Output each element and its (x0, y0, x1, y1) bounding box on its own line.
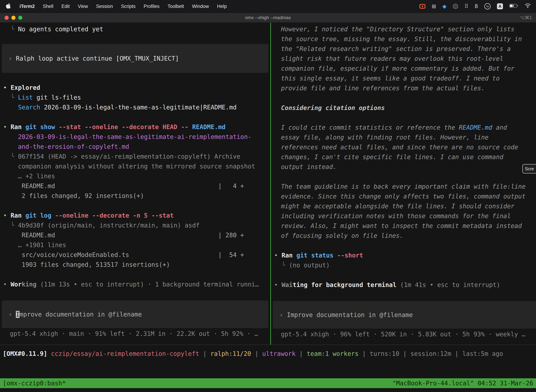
git-show-filename-line: and-the-erosion-of-copyleft.md (0, 142, 270, 152)
menu-bar-left: iTerm2 Shell Edit View Session Scripts P… (5, 2, 231, 10)
git-log-summary-line: 1903 files changed, 513517 insertions(+) (0, 260, 270, 270)
minimize-button[interactable] (11, 16, 15, 20)
apple-menu[interactable] (5, 2, 15, 10)
keyboard-layout-icon[interactable]: A (497, 3, 503, 9)
reasoning-paragraph: I could cite commit statistics or refere… (271, 123, 536, 172)
git-log-more-line: … +1901 lines (0, 240, 270, 250)
omx-mode: ultrawork (262, 350, 296, 357)
menu-edit[interactable]: Edit (57, 4, 74, 9)
menu-bar-status-icons: ⊞ ◆ ⠿ 8 .61 A (419, 3, 531, 9)
battery-gauge-icon[interactable]: .61 (484, 3, 491, 9)
omx-turns: turns:10 (370, 350, 399, 357)
dots-grid-icon[interactable]: ⠿ (464, 4, 468, 9)
menu-help[interactable]: Help (213, 4, 231, 9)
explored-header: • Explored (0, 83, 270, 93)
git-show-more-line: … +2 lines (0, 171, 270, 181)
tree-glyph: └ (3, 222, 18, 229)
reasoning-paragraph: The team guideline is to back every impo… (271, 182, 536, 241)
battery-icon[interactable] (509, 4, 518, 9)
omx-last: last:5m ago (462, 350, 503, 357)
model-status-line: gpt-5.4 xhigh · 96% left · 520K in · 5.8… (271, 329, 536, 339)
prompt-chevron: › (279, 311, 287, 318)
working-status-line: • Working (11m 13s • esc to interrupt) ·… (0, 280, 270, 289)
tmux-session-name[interactable]: [omx-cczip0:bash* (3, 380, 66, 387)
ralph-loop-banner: › Ralph loop active continue [OMX_TMUX_I… (2, 44, 268, 73)
text-cursor: I (16, 311, 19, 318)
prompt-chevron: › (9, 55, 16, 62)
wifi-icon[interactable] (525, 3, 531, 9)
git-log-stat-line: README.md | 280 + (0, 230, 270, 240)
status-circle-icon[interactable] (453, 4, 458, 9)
menu-window[interactable]: Window (188, 4, 213, 9)
menu-view[interactable]: View (74, 4, 92, 9)
menu-shell[interactable]: Shell (39, 4, 57, 9)
git-status-command-line: • Ran git status --short (271, 250, 536, 260)
bullet: • (3, 123, 10, 131)
bullet: • (274, 281, 282, 288)
waiting-status-line: • Waiting for background terminal (1m 41… (271, 280, 536, 290)
prompt-input[interactable]: › Improve documentation in @filename (2, 300, 268, 328)
tree-glyph: └ (3, 94, 18, 101)
omx-ralph-counter: ralph:11/20 (210, 350, 251, 357)
traffic-lights (5, 16, 22, 20)
git-status-output-line: └ (no output) (271, 260, 536, 270)
window-title-bar: omx --xhigh --madmax ⌥⌘1 (0, 13, 536, 23)
menu-app-name[interactable]: iTerm2 (15, 4, 39, 9)
tmux-host-clock: "MacBook-Pro-44.local" 04:52 31-Mar-26 (392, 380, 533, 387)
screen-recording-icon[interactable] (419, 4, 425, 9)
bullet: • (3, 84, 10, 91)
git-log-stat-line: src/voice/voiceModeEnabled.ts | 54 + (0, 250, 270, 260)
bullet: • (274, 252, 282, 259)
left-pane[interactable]: └ No agents completed yet › Ralph loop a… (0, 23, 270, 345)
git-log-commit-line: └ 4b9d30f (origin/main, instructkr/main,… (0, 220, 270, 230)
bullet: • (3, 212, 10, 219)
prompt-input[interactable]: › Improve documentation in @filename (273, 301, 536, 329)
omx-branch: cczip/essay/ai-reimplementation-copyleft (51, 350, 199, 357)
window-shortcut-badge: ⌥⌘1 (520, 15, 532, 20)
omx-status-line: [OMX#0.11.9] cczip/essay/ai-reimplementa… (0, 349, 536, 359)
agents-note-line: └ No agents completed yet (0, 24, 270, 34)
close-button[interactable] (5, 16, 9, 20)
explored-list-line: └ List git ls-files (0, 93, 270, 103)
git-show-summary-line: 2 files changed, 92 insertions(+) (0, 191, 270, 201)
right-pane[interactable]: However, I noticed the "Directory Struct… (271, 23, 536, 345)
figure-eight-icon[interactable]: 8 (475, 4, 478, 9)
window-title: omx --xhigh --madmax (245, 15, 291, 20)
git-show-stat-line: README.md | 4 + (0, 181, 270, 191)
git-show-filename-line: 2026-03-09-is-legal-the-same-as-legitima… (0, 132, 270, 142)
reasoning-paragraph: However, I noticed the "Directory Struct… (271, 24, 536, 93)
tmux-panes: └ No agents completed yet › Ralph loop a… (0, 23, 536, 345)
omx-session: session:12m (411, 350, 451, 357)
tree-glyph: └ (3, 26, 18, 33)
terminal: └ No agents completed yet › Ralph loop a… (0, 23, 536, 392)
menu-profiles[interactable]: Profiles (140, 4, 163, 9)
omx-version: [OMX#0.11.9] (3, 350, 47, 357)
menu-toolbelt[interactable]: Toolbelt (163, 4, 188, 9)
explored-search-line: Search 2026-03-09-is-legal-the-same-as-l… (0, 103, 270, 112)
zoom-button[interactable] (18, 16, 22, 20)
apple-logo-icon (6, 2, 12, 10)
tree-glyph: └ (274, 262, 289, 269)
model-status-line: gpt-5.4 xhigh · main · 91% left · 2.31M … (0, 329, 270, 339)
menu-session[interactable]: Session (92, 4, 117, 9)
screen-share-overlay-button[interactable]: Scre (522, 164, 536, 173)
git-show-commit-line: companion analysis without altering the … (0, 161, 270, 171)
menu-scripts[interactable]: Scripts (117, 4, 140, 9)
git-log-command-line: • Ran git log --oneline --decorate -n 5 … (0, 210, 270, 220)
reasoning-heading: Considering citation options (271, 103, 536, 113)
app-status-icon[interactable]: ◆ (442, 4, 446, 9)
menu-bar: iTerm2 Shell Edit View Session Scripts P… (0, 0, 536, 13)
prompt-chevron: › (9, 311, 16, 318)
tmux-status-bar: [omx-cczip0:bash* "MacBook-Pro-44.local"… (0, 378, 536, 388)
git-show-command-line: • Ran git show --stat --oneline --decora… (0, 122, 270, 132)
omx-team: team:1 workers (307, 350, 359, 357)
git-show-commit-line: └ 067f154 (HEAD -> essay/ai-reimplementa… (0, 152, 270, 161)
readme-link: README.md (459, 124, 492, 131)
grid-icon[interactable]: ⊞ (432, 4, 436, 9)
bullet: • (3, 281, 10, 288)
tree-glyph: └ (3, 153, 18, 160)
